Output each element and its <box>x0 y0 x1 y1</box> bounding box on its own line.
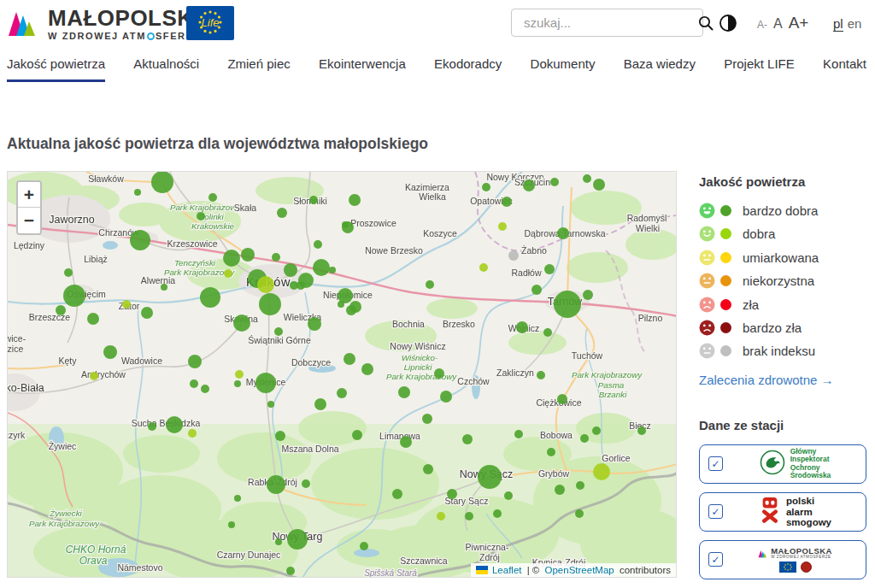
station-marker[interactable] <box>188 355 202 368</box>
station-marker[interactable] <box>274 327 283 336</box>
station-marker[interactable] <box>583 174 591 183</box>
station-marker[interactable] <box>398 386 410 398</box>
nav-item-zmien-piec[interactable]: Zmień piec <box>227 56 290 82</box>
station-card-pas[interactable]: ✓polskialarmsmogowy <box>699 492 866 532</box>
station-checkbox[interactable]: ✓ <box>708 504 723 519</box>
station-marker[interactable] <box>482 183 490 191</box>
station-marker[interactable] <box>130 230 150 250</box>
station-marker[interactable] <box>56 305 66 315</box>
station-marker[interactable] <box>141 307 153 319</box>
search-input[interactable] <box>512 15 694 30</box>
station-marker[interactable] <box>426 280 434 289</box>
font-larger-button[interactable]: A+ <box>789 14 809 32</box>
nav-item-dokumenty[interactable]: Dokumenty <box>531 56 596 82</box>
station-marker[interactable] <box>352 430 362 440</box>
station-marker[interactable] <box>122 300 131 309</box>
site-logo[interactable]: MAŁOPOLSKA W ZDROWEJ ATMSFERZE <box>7 7 210 41</box>
health-advice-link[interactable]: Zalecenia zdrowotne→ <box>699 373 833 387</box>
station-marker[interactable] <box>200 287 220 308</box>
station-marker[interactable] <box>523 179 535 191</box>
leaflet-link[interactable]: Leaflet <box>492 565 522 575</box>
station-card-malopolska[interactable]: ✓MAŁOPOLSKAW ZDROWEJ ATMOSFERZE <box>699 540 866 579</box>
station-marker[interactable] <box>275 538 282 545</box>
station-marker[interactable] <box>422 414 432 424</box>
station-marker[interactable] <box>277 208 287 218</box>
station-marker[interactable] <box>557 394 567 404</box>
station-marker[interactable] <box>478 465 502 489</box>
station-marker[interactable] <box>103 345 117 359</box>
nav-item-aktualnosci[interactable]: Aktualności <box>133 56 199 82</box>
station-marker[interactable] <box>228 521 235 528</box>
station-marker[interactable] <box>361 363 373 375</box>
nav-item-ekointerwencja[interactable]: Ekointerwencja <box>319 56 406 82</box>
nav-item-projekt-life[interactable]: Projekt LIFE <box>724 56 795 82</box>
map-zoom-out-button[interactable]: − <box>18 208 40 233</box>
station-marker[interactable] <box>224 269 232 278</box>
station-marker[interactable] <box>543 328 552 337</box>
station-marker[interactable] <box>493 509 502 518</box>
station-marker[interactable] <box>349 194 361 206</box>
station-marker[interactable] <box>592 426 601 435</box>
osm-link[interactable]: OpenStreetMap <box>545 565 614 575</box>
station-card-gios[interactable]: ✓GłównyInspektoratOchronyŚrodowiska <box>699 444 866 484</box>
station-marker[interactable] <box>287 529 308 550</box>
station-marker[interactable] <box>547 448 555 456</box>
station-marker[interactable] <box>544 264 555 274</box>
station-marker[interactable] <box>259 293 281 315</box>
station-marker[interactable] <box>516 321 528 333</box>
station-marker[interactable] <box>329 267 336 273</box>
station-marker[interactable] <box>63 285 85 307</box>
station-marker[interactable] <box>314 398 326 410</box>
nav-item-jakosc-powietrza[interactable]: Jakość powietrza <box>7 56 105 82</box>
station-marker[interactable] <box>64 268 73 277</box>
station-marker[interactable] <box>234 380 241 387</box>
station-marker[interactable] <box>637 426 646 435</box>
station-marker[interactable] <box>284 263 297 277</box>
station-marker[interactable] <box>161 284 167 291</box>
station-marker[interactable] <box>502 197 512 207</box>
lang-pl[interactable]: pl <box>833 16 843 32</box>
station-marker[interactable] <box>344 353 355 365</box>
station-marker[interactable] <box>302 479 310 488</box>
station-marker[interactable] <box>255 373 276 393</box>
station-marker[interactable] <box>575 509 584 518</box>
station-marker[interactable] <box>531 285 542 295</box>
station-marker[interactable] <box>462 434 473 444</box>
station-marker[interactable] <box>440 391 452 403</box>
station-marker[interactable] <box>554 291 581 318</box>
station-marker[interactable] <box>583 290 593 300</box>
station-marker[interactable] <box>580 434 589 443</box>
station-marker[interactable] <box>313 259 330 276</box>
station-marker[interactable] <box>423 464 433 474</box>
station-marker[interactable] <box>550 178 559 186</box>
nav-item-baza-wiedzy[interactable]: Baza wiedzy <box>624 56 696 82</box>
station-marker[interactable] <box>447 489 457 499</box>
station-marker[interactable] <box>87 313 99 325</box>
station-marker[interactable] <box>267 475 285 494</box>
station-marker[interactable] <box>308 317 321 331</box>
station-marker[interactable] <box>272 253 280 262</box>
station-marker[interactable] <box>201 385 209 393</box>
station-marker[interactable] <box>508 250 519 261</box>
station-marker[interactable] <box>392 489 402 499</box>
station-marker[interactable] <box>286 567 295 575</box>
leaflet-map[interactable]: SławkówJaworznoLędzinyChrzanówLibiążOświ… <box>8 172 677 578</box>
station-marker[interactable] <box>233 315 250 332</box>
station-marker[interactable] <box>208 193 217 202</box>
station-marker[interactable] <box>275 431 285 441</box>
station-checkbox[interactable]: ✓ <box>708 552 723 567</box>
station-marker[interactable] <box>557 227 569 239</box>
station-marker[interactable] <box>434 368 444 379</box>
station-marker[interactable] <box>555 485 565 495</box>
station-marker[interactable] <box>235 370 244 379</box>
station-marker[interactable] <box>267 401 274 408</box>
font-normal-button[interactable]: A <box>773 16 783 32</box>
station-marker[interactable] <box>342 221 349 228</box>
station-marker[interactable] <box>514 430 523 438</box>
station-marker[interactable] <box>465 512 473 520</box>
station-marker[interactable] <box>188 429 197 438</box>
station-marker[interactable] <box>338 301 344 308</box>
font-smaller-button[interactable]: A- <box>757 19 767 31</box>
station-marker[interactable] <box>360 542 368 550</box>
station-marker[interactable] <box>400 436 412 448</box>
